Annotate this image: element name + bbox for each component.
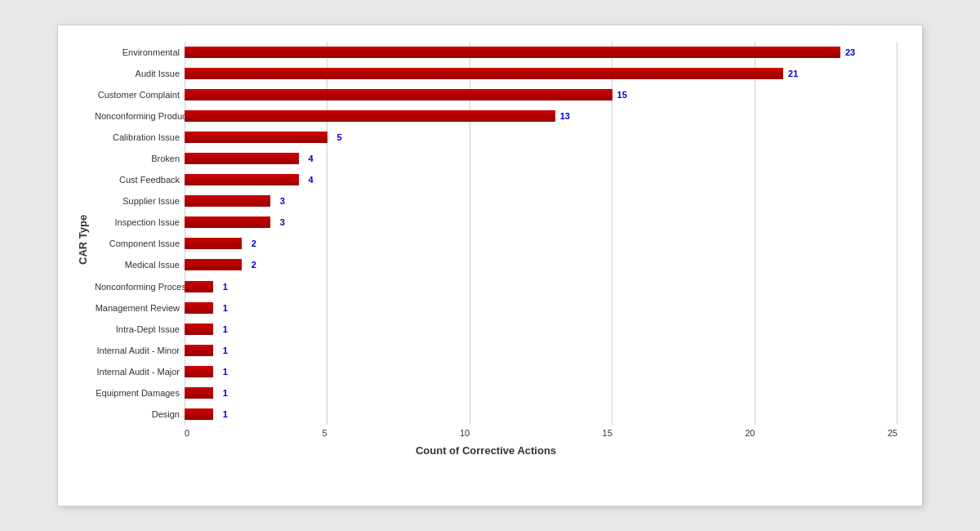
bar-label: Component Issue <box>95 239 185 248</box>
bar-label: Nonconforming Product <box>95 111 185 121</box>
x-tick: 0 <box>185 428 189 438</box>
bar-fill: 2 <box>185 238 242 249</box>
bar-value-label: 13 <box>560 111 570 121</box>
bar-value-label: 21 <box>788 69 798 78</box>
x-tick: 25 <box>888 428 898 438</box>
bar-label: Audit Issue <box>95 69 185 78</box>
bar-track: 3 <box>185 216 898 228</box>
bar-fill: 15 <box>185 89 612 100</box>
bar-track: 4 <box>185 174 898 185</box>
bar-fill: 21 <box>185 68 783 79</box>
bar-row: Broken4 <box>95 150 898 167</box>
bar-row: Environmental23 <box>95 44 898 60</box>
bar-track: 23 <box>185 47 898 58</box>
bar-value-label: 4 <box>309 154 314 163</box>
bar-value-label: 1 <box>223 346 228 355</box>
bar-track: 21 <box>185 68 898 79</box>
bar-label: Customer Complaint <box>95 90 185 100</box>
bar-label: Medical Issue <box>95 260 185 270</box>
bar-track: 13 <box>185 110 898 122</box>
bar-value-label: 3 <box>280 217 285 227</box>
bar-track: 1 <box>185 345 898 356</box>
bar-fill: 1 <box>185 324 213 335</box>
bar-label: Management Review <box>95 303 185 313</box>
bar-row: Component Issue2 <box>95 235 898 252</box>
bar-value-label: 1 <box>223 409 228 419</box>
bar-fill: 13 <box>185 110 555 122</box>
x-axis: 0510152025 <box>185 428 898 438</box>
bar-fill: 23 <box>185 47 840 58</box>
bar-fill: 1 <box>185 387 213 399</box>
bar-fill: 1 <box>185 281 213 292</box>
bar-track: 1 <box>185 366 898 377</box>
bar-label: Intra-Dept Issue <box>95 324 185 334</box>
bar-row: Internal Audit - Minor1 <box>95 342 898 359</box>
bar-track: 5 <box>185 132 898 143</box>
x-tick: 15 <box>603 428 612 438</box>
bar-label: Cust Feedback <box>95 175 185 185</box>
bar-fill: 1 <box>185 366 213 377</box>
bar-row: Design1 <box>95 406 898 422</box>
bar-value-label: 23 <box>845 47 855 57</box>
x-tick: 10 <box>460 428 470 438</box>
bar-row: Management Review1 <box>95 300 898 316</box>
bar-value-label: 15 <box>617 90 627 100</box>
bars-and-grid: Environmental23Audit Issue21Customer Com… <box>95 42 898 425</box>
bar-row: Medical Issue2 <box>95 257 898 273</box>
bar-track: 2 <box>185 259 898 270</box>
bar-fill: 4 <box>185 174 299 185</box>
x-axis-label: Count of Corrective Actions <box>74 444 898 457</box>
bar-value-label: 2 <box>252 260 256 270</box>
bar-fill: 1 <box>185 345 213 356</box>
bar-label: Internal Audit - Major <box>95 367 185 377</box>
bar-fill: 3 <box>185 195 270 207</box>
bar-label: Supplier Issue <box>95 196 185 206</box>
bar-fill: 2 <box>185 259 242 270</box>
bar-label: Environmental <box>95 47 185 57</box>
bar-row: Intra-Dept Issue1 <box>95 321 898 337</box>
bar-value-label: 2 <box>252 239 256 248</box>
bar-value-label: 1 <box>223 367 228 377</box>
bar-row: Internal Audit - Major1 <box>95 364 898 380</box>
bar-fill: 1 <box>185 408 213 420</box>
bar-track: 1 <box>185 387 898 399</box>
y-axis-label: CAR Type <box>74 42 91 438</box>
chart-inner: Environmental23Audit Issue21Customer Com… <box>95 42 898 438</box>
bar-value-label: 3 <box>280 196 285 206</box>
bar-track: 2 <box>185 238 898 249</box>
bar-row: Customer Complaint15 <box>95 87 898 103</box>
bar-row: Nonconforming Product13 <box>95 108 898 124</box>
bar-value-label: 1 <box>223 388 228 398</box>
bar-track: 1 <box>185 302 898 314</box>
bar-rows: Environmental23Audit Issue21Customer Com… <box>95 42 898 425</box>
bar-row: Audit Issue21 <box>95 65 898 82</box>
bar-row: Equipment Damages1 <box>95 385 898 401</box>
bar-track: 1 <box>185 281 898 292</box>
bar-track: 15 <box>185 89 898 100</box>
bar-fill: 5 <box>185 132 327 143</box>
bar-fill: 3 <box>185 216 270 228</box>
bar-label: Nonconforming Process <box>95 282 185 292</box>
bar-label: Equipment Damages <box>95 388 185 398</box>
bar-row: Nonconforming Process1 <box>95 279 898 295</box>
bar-fill: 4 <box>185 153 299 164</box>
chart-area: CAR Type Environmental23Audit Issue21Cus… <box>74 42 898 438</box>
bar-track: 1 <box>185 408 898 420</box>
bar-track: 1 <box>185 324 898 335</box>
bar-label: Inspection Issue <box>95 217 185 227</box>
bar-label: Internal Audit - Minor <box>95 346 185 355</box>
bar-row: Inspection Issue3 <box>95 214 898 230</box>
bar-row: Supplier Issue3 <box>95 193 898 209</box>
bar-value-label: 5 <box>336 132 341 142</box>
x-tick: 5 <box>322 428 327 438</box>
bar-track: 4 <box>185 153 898 164</box>
bar-value-label: 4 <box>309 175 314 185</box>
bar-label: Design <box>95 409 185 419</box>
bar-track: 3 <box>185 195 898 207</box>
bar-value-label: 1 <box>223 303 228 313</box>
chart-container: CAR Type Environmental23Audit Issue21Cus… <box>57 25 923 506</box>
bar-label: Broken <box>95 154 185 163</box>
bar-row: Cust Feedback4 <box>95 172 898 188</box>
bar-value-label: 1 <box>223 282 228 292</box>
bar-row: Calibration Issue5 <box>95 129 898 145</box>
